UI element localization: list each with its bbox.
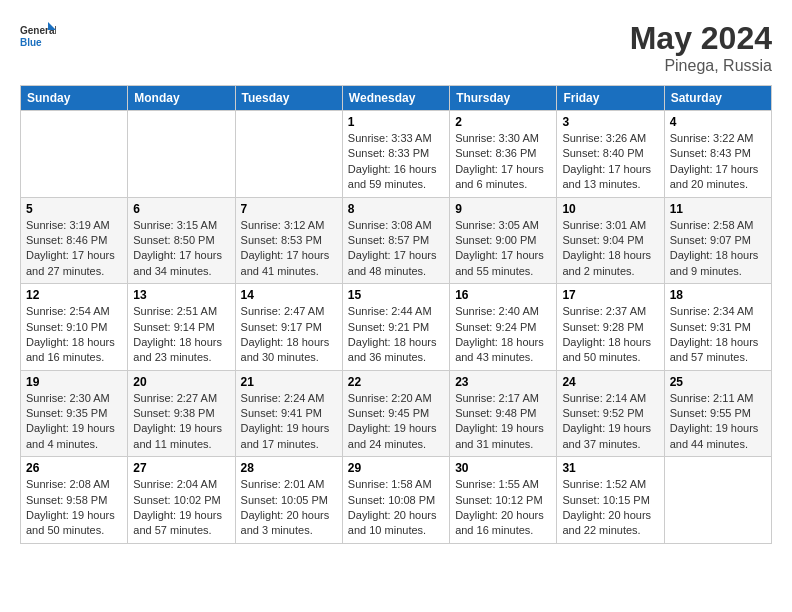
day-number: 8 bbox=[348, 202, 444, 216]
table-row bbox=[664, 457, 771, 544]
day-number: 4 bbox=[670, 115, 766, 129]
day-info: Sunrise: 2:17 AM Sunset: 9:48 PM Dayligh… bbox=[455, 391, 551, 453]
day-info: Sunrise: 1:52 AM Sunset: 10:15 PM Daylig… bbox=[562, 477, 658, 539]
day-info: Sunrise: 2:14 AM Sunset: 9:52 PM Dayligh… bbox=[562, 391, 658, 453]
table-row: 20Sunrise: 2:27 AM Sunset: 9:38 PM Dayli… bbox=[128, 370, 235, 457]
day-info: Sunrise: 2:40 AM Sunset: 9:24 PM Dayligh… bbox=[455, 304, 551, 366]
table-row: 6Sunrise: 3:15 AM Sunset: 8:50 PM Daylig… bbox=[128, 197, 235, 284]
day-number: 7 bbox=[241, 202, 337, 216]
table-row: 21Sunrise: 2:24 AM Sunset: 9:41 PM Dayli… bbox=[235, 370, 342, 457]
col-monday: Monday bbox=[128, 86, 235, 111]
table-row: 7Sunrise: 3:12 AM Sunset: 8:53 PM Daylig… bbox=[235, 197, 342, 284]
day-info: Sunrise: 2:27 AM Sunset: 9:38 PM Dayligh… bbox=[133, 391, 229, 453]
day-info: Sunrise: 3:30 AM Sunset: 8:36 PM Dayligh… bbox=[455, 131, 551, 193]
calendar-location: Pinega, Russia bbox=[630, 57, 772, 75]
col-thursday: Thursday bbox=[450, 86, 557, 111]
day-info: Sunrise: 3:01 AM Sunset: 9:04 PM Dayligh… bbox=[562, 218, 658, 280]
calendar-table: Sunday Monday Tuesday Wednesday Thursday… bbox=[20, 85, 772, 544]
calendar-title: May 2024 bbox=[630, 20, 772, 57]
logo-svg: General Blue bbox=[20, 20, 56, 50]
svg-text:Blue: Blue bbox=[20, 37, 42, 48]
day-info: Sunrise: 3:26 AM Sunset: 8:40 PM Dayligh… bbox=[562, 131, 658, 193]
day-info: Sunrise: 2:08 AM Sunset: 9:58 PM Dayligh… bbox=[26, 477, 122, 539]
calendar-week-2: 5Sunrise: 3:19 AM Sunset: 8:46 PM Daylig… bbox=[21, 197, 772, 284]
day-number: 2 bbox=[455, 115, 551, 129]
day-number: 20 bbox=[133, 375, 229, 389]
day-info: Sunrise: 3:33 AM Sunset: 8:33 PM Dayligh… bbox=[348, 131, 444, 193]
col-tuesday: Tuesday bbox=[235, 86, 342, 111]
table-row: 5Sunrise: 3:19 AM Sunset: 8:46 PM Daylig… bbox=[21, 197, 128, 284]
day-number: 11 bbox=[670, 202, 766, 216]
day-number: 27 bbox=[133, 461, 229, 475]
title-block: May 2024 Pinega, Russia bbox=[630, 20, 772, 75]
table-row: 22Sunrise: 2:20 AM Sunset: 9:45 PM Dayli… bbox=[342, 370, 449, 457]
table-row: 25Sunrise: 2:11 AM Sunset: 9:55 PM Dayli… bbox=[664, 370, 771, 457]
day-number: 1 bbox=[348, 115, 444, 129]
col-saturday: Saturday bbox=[664, 86, 771, 111]
day-number: 21 bbox=[241, 375, 337, 389]
day-number: 29 bbox=[348, 461, 444, 475]
table-row: 4Sunrise: 3:22 AM Sunset: 8:43 PM Daylig… bbox=[664, 111, 771, 198]
table-row: 23Sunrise: 2:17 AM Sunset: 9:48 PM Dayli… bbox=[450, 370, 557, 457]
day-number: 16 bbox=[455, 288, 551, 302]
day-number: 6 bbox=[133, 202, 229, 216]
day-info: Sunrise: 1:55 AM Sunset: 10:12 PM Daylig… bbox=[455, 477, 551, 539]
table-row: 14Sunrise: 2:47 AM Sunset: 9:17 PM Dayli… bbox=[235, 284, 342, 371]
table-row: 30Sunrise: 1:55 AM Sunset: 10:12 PM Dayl… bbox=[450, 457, 557, 544]
table-row: 31Sunrise: 1:52 AM Sunset: 10:15 PM Dayl… bbox=[557, 457, 664, 544]
day-number: 23 bbox=[455, 375, 551, 389]
day-number: 18 bbox=[670, 288, 766, 302]
day-info: Sunrise: 2:24 AM Sunset: 9:41 PM Dayligh… bbox=[241, 391, 337, 453]
day-number: 25 bbox=[670, 375, 766, 389]
day-info: Sunrise: 2:47 AM Sunset: 9:17 PM Dayligh… bbox=[241, 304, 337, 366]
day-info: Sunrise: 3:19 AM Sunset: 8:46 PM Dayligh… bbox=[26, 218, 122, 280]
logo: General Blue bbox=[20, 20, 56, 50]
table-row bbox=[21, 111, 128, 198]
table-row: 11Sunrise: 2:58 AM Sunset: 9:07 PM Dayli… bbox=[664, 197, 771, 284]
day-number: 31 bbox=[562, 461, 658, 475]
table-row: 10Sunrise: 3:01 AM Sunset: 9:04 PM Dayli… bbox=[557, 197, 664, 284]
day-number: 13 bbox=[133, 288, 229, 302]
day-info: Sunrise: 2:54 AM Sunset: 9:10 PM Dayligh… bbox=[26, 304, 122, 366]
calendar-header-row: Sunday Monday Tuesday Wednesday Thursday… bbox=[21, 86, 772, 111]
calendar-week-1: 1Sunrise: 3:33 AM Sunset: 8:33 PM Daylig… bbox=[21, 111, 772, 198]
day-number: 30 bbox=[455, 461, 551, 475]
day-number: 10 bbox=[562, 202, 658, 216]
table-row: 1Sunrise: 3:33 AM Sunset: 8:33 PM Daylig… bbox=[342, 111, 449, 198]
table-row bbox=[128, 111, 235, 198]
table-row: 18Sunrise: 2:34 AM Sunset: 9:31 PM Dayli… bbox=[664, 284, 771, 371]
page-header: General Blue May 2024 Pinega, Russia bbox=[20, 20, 772, 75]
day-number: 14 bbox=[241, 288, 337, 302]
day-number: 26 bbox=[26, 461, 122, 475]
day-info: Sunrise: 2:04 AM Sunset: 10:02 PM Daylig… bbox=[133, 477, 229, 539]
day-number: 3 bbox=[562, 115, 658, 129]
day-info: Sunrise: 2:44 AM Sunset: 9:21 PM Dayligh… bbox=[348, 304, 444, 366]
table-row: 26Sunrise: 2:08 AM Sunset: 9:58 PM Dayli… bbox=[21, 457, 128, 544]
calendar-week-3: 12Sunrise: 2:54 AM Sunset: 9:10 PM Dayli… bbox=[21, 284, 772, 371]
day-info: Sunrise: 3:08 AM Sunset: 8:57 PM Dayligh… bbox=[348, 218, 444, 280]
table-row: 3Sunrise: 3:26 AM Sunset: 8:40 PM Daylig… bbox=[557, 111, 664, 198]
day-info: Sunrise: 2:20 AM Sunset: 9:45 PM Dayligh… bbox=[348, 391, 444, 453]
day-info: Sunrise: 1:58 AM Sunset: 10:08 PM Daylig… bbox=[348, 477, 444, 539]
day-info: Sunrise: 3:05 AM Sunset: 9:00 PM Dayligh… bbox=[455, 218, 551, 280]
col-sunday: Sunday bbox=[21, 86, 128, 111]
table-row: 2Sunrise: 3:30 AM Sunset: 8:36 PM Daylig… bbox=[450, 111, 557, 198]
day-info: Sunrise: 2:58 AM Sunset: 9:07 PM Dayligh… bbox=[670, 218, 766, 280]
day-number: 22 bbox=[348, 375, 444, 389]
day-number: 9 bbox=[455, 202, 551, 216]
day-number: 28 bbox=[241, 461, 337, 475]
table-row: 9Sunrise: 3:05 AM Sunset: 9:00 PM Daylig… bbox=[450, 197, 557, 284]
table-row: 29Sunrise: 1:58 AM Sunset: 10:08 PM Dayl… bbox=[342, 457, 449, 544]
day-info: Sunrise: 2:30 AM Sunset: 9:35 PM Dayligh… bbox=[26, 391, 122, 453]
col-wednesday: Wednesday bbox=[342, 86, 449, 111]
table-row: 17Sunrise: 2:37 AM Sunset: 9:28 PM Dayli… bbox=[557, 284, 664, 371]
day-number: 24 bbox=[562, 375, 658, 389]
day-info: Sunrise: 2:01 AM Sunset: 10:05 PM Daylig… bbox=[241, 477, 337, 539]
day-info: Sunrise: 3:15 AM Sunset: 8:50 PM Dayligh… bbox=[133, 218, 229, 280]
day-info: Sunrise: 3:22 AM Sunset: 8:43 PM Dayligh… bbox=[670, 131, 766, 193]
table-row: 8Sunrise: 3:08 AM Sunset: 8:57 PM Daylig… bbox=[342, 197, 449, 284]
day-info: Sunrise: 3:12 AM Sunset: 8:53 PM Dayligh… bbox=[241, 218, 337, 280]
table-row: 15Sunrise: 2:44 AM Sunset: 9:21 PM Dayli… bbox=[342, 284, 449, 371]
day-number: 17 bbox=[562, 288, 658, 302]
day-info: Sunrise: 2:37 AM Sunset: 9:28 PM Dayligh… bbox=[562, 304, 658, 366]
